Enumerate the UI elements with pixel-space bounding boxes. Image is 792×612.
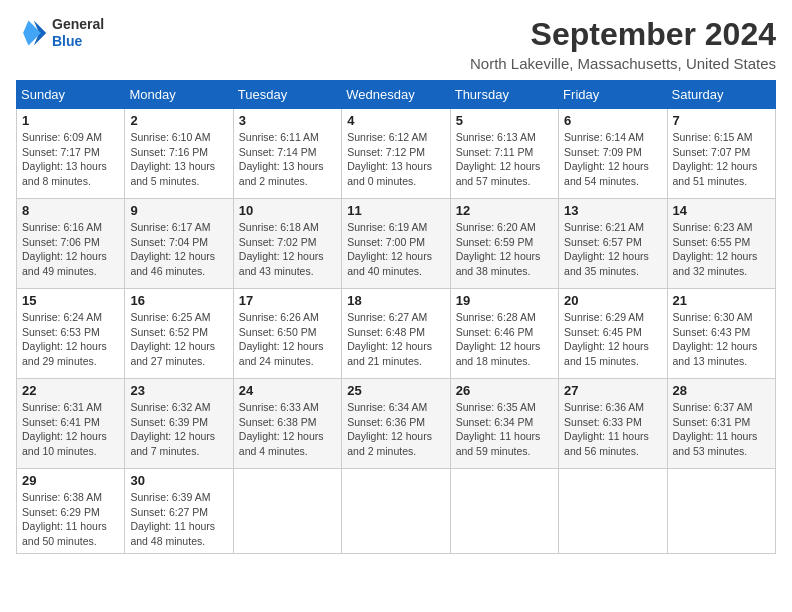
calendar-table: Sunday Monday Tuesday Wednesday Thursday… — [16, 80, 776, 554]
table-row: 27Sunrise: 6:36 AM Sunset: 6:33 PM Dayli… — [559, 379, 667, 469]
day-number: 14 — [673, 203, 770, 218]
day-info: Sunrise: 6:35 AM Sunset: 6:34 PM Dayligh… — [456, 400, 553, 459]
day-number: 16 — [130, 293, 227, 308]
table-row: 11Sunrise: 6:19 AM Sunset: 7:00 PM Dayli… — [342, 199, 450, 289]
day-info: Sunrise: 6:11 AM Sunset: 7:14 PM Dayligh… — [239, 130, 336, 189]
table-row — [559, 469, 667, 554]
day-info: Sunrise: 6:32 AM Sunset: 6:39 PM Dayligh… — [130, 400, 227, 459]
svg-marker-1 — [23, 20, 41, 45]
table-row: 17Sunrise: 6:26 AM Sunset: 6:50 PM Dayli… — [233, 289, 341, 379]
day-number: 8 — [22, 203, 119, 218]
day-info: Sunrise: 6:16 AM Sunset: 7:06 PM Dayligh… — [22, 220, 119, 279]
day-number: 10 — [239, 203, 336, 218]
logo-line1: General — [52, 16, 104, 33]
day-info: Sunrise: 6:27 AM Sunset: 6:48 PM Dayligh… — [347, 310, 444, 369]
day-number: 27 — [564, 383, 661, 398]
day-info: Sunrise: 6:25 AM Sunset: 6:52 PM Dayligh… — [130, 310, 227, 369]
table-row: 2Sunrise: 6:10 AM Sunset: 7:16 PM Daylig… — [125, 109, 233, 199]
col-thursday: Thursday — [450, 81, 558, 109]
logo: General Blue — [16, 16, 104, 50]
day-number: 19 — [456, 293, 553, 308]
day-number: 3 — [239, 113, 336, 128]
table-row: 6Sunrise: 6:14 AM Sunset: 7:09 PM Daylig… — [559, 109, 667, 199]
table-row: 30Sunrise: 6:39 AM Sunset: 6:27 PM Dayli… — [125, 469, 233, 554]
table-row: 7Sunrise: 6:15 AM Sunset: 7:07 PM Daylig… — [667, 109, 775, 199]
day-number: 26 — [456, 383, 553, 398]
day-number: 18 — [347, 293, 444, 308]
day-info: Sunrise: 6:19 AM Sunset: 7:00 PM Dayligh… — [347, 220, 444, 279]
day-info: Sunrise: 6:37 AM Sunset: 6:31 PM Dayligh… — [673, 400, 770, 459]
day-info: Sunrise: 6:30 AM Sunset: 6:43 PM Dayligh… — [673, 310, 770, 369]
day-info: Sunrise: 6:38 AM Sunset: 6:29 PM Dayligh… — [22, 490, 119, 549]
day-info: Sunrise: 6:14 AM Sunset: 7:09 PM Dayligh… — [564, 130, 661, 189]
logo-text: General Blue — [52, 16, 104, 50]
day-number: 21 — [673, 293, 770, 308]
day-info: Sunrise: 6:29 AM Sunset: 6:45 PM Dayligh… — [564, 310, 661, 369]
day-number: 15 — [22, 293, 119, 308]
day-number: 5 — [456, 113, 553, 128]
table-row: 16Sunrise: 6:25 AM Sunset: 6:52 PM Dayli… — [125, 289, 233, 379]
day-info: Sunrise: 6:34 AM Sunset: 6:36 PM Dayligh… — [347, 400, 444, 459]
day-number: 4 — [347, 113, 444, 128]
day-number: 25 — [347, 383, 444, 398]
table-row: 10Sunrise: 6:18 AM Sunset: 7:02 PM Dayli… — [233, 199, 341, 289]
day-number: 9 — [130, 203, 227, 218]
day-info: Sunrise: 6:13 AM Sunset: 7:11 PM Dayligh… — [456, 130, 553, 189]
day-info: Sunrise: 6:21 AM Sunset: 6:57 PM Dayligh… — [564, 220, 661, 279]
day-info: Sunrise: 6:23 AM Sunset: 6:55 PM Dayligh… — [673, 220, 770, 279]
day-number: 29 — [22, 473, 119, 488]
day-info: Sunrise: 6:18 AM Sunset: 7:02 PM Dayligh… — [239, 220, 336, 279]
day-number: 11 — [347, 203, 444, 218]
logo-icon — [16, 17, 48, 49]
day-number: 22 — [22, 383, 119, 398]
col-sunday: Sunday — [17, 81, 125, 109]
calendar-title: September 2024 — [470, 16, 776, 53]
table-row — [667, 469, 775, 554]
table-row: 22Sunrise: 6:31 AM Sunset: 6:41 PM Dayli… — [17, 379, 125, 469]
calendar-subtitle: North Lakeville, Massachusetts, United S… — [470, 55, 776, 72]
day-number: 13 — [564, 203, 661, 218]
day-number: 12 — [456, 203, 553, 218]
day-info: Sunrise: 6:33 AM Sunset: 6:38 PM Dayligh… — [239, 400, 336, 459]
day-number: 30 — [130, 473, 227, 488]
table-row: 29Sunrise: 6:38 AM Sunset: 6:29 PM Dayli… — [17, 469, 125, 554]
table-row — [233, 469, 341, 554]
table-row: 28Sunrise: 6:37 AM Sunset: 6:31 PM Dayli… — [667, 379, 775, 469]
table-row — [342, 469, 450, 554]
table-row: 3Sunrise: 6:11 AM Sunset: 7:14 PM Daylig… — [233, 109, 341, 199]
day-number: 24 — [239, 383, 336, 398]
col-wednesday: Wednesday — [342, 81, 450, 109]
day-number: 23 — [130, 383, 227, 398]
table-row: 1Sunrise: 6:09 AM Sunset: 7:17 PM Daylig… — [17, 109, 125, 199]
table-row: 9Sunrise: 6:17 AM Sunset: 7:04 PM Daylig… — [125, 199, 233, 289]
table-row: 15Sunrise: 6:24 AM Sunset: 6:53 PM Dayli… — [17, 289, 125, 379]
day-number: 28 — [673, 383, 770, 398]
day-info: Sunrise: 6:09 AM Sunset: 7:17 PM Dayligh… — [22, 130, 119, 189]
table-row: 24Sunrise: 6:33 AM Sunset: 6:38 PM Dayli… — [233, 379, 341, 469]
logo-line2: Blue — [52, 33, 104, 50]
table-row: 5Sunrise: 6:13 AM Sunset: 7:11 PM Daylig… — [450, 109, 558, 199]
day-info: Sunrise: 6:39 AM Sunset: 6:27 PM Dayligh… — [130, 490, 227, 549]
table-row: 14Sunrise: 6:23 AM Sunset: 6:55 PM Dayli… — [667, 199, 775, 289]
day-info: Sunrise: 6:31 AM Sunset: 6:41 PM Dayligh… — [22, 400, 119, 459]
title-section: September 2024 North Lakeville, Massachu… — [470, 16, 776, 72]
col-friday: Friday — [559, 81, 667, 109]
day-info: Sunrise: 6:26 AM Sunset: 6:50 PM Dayligh… — [239, 310, 336, 369]
table-row: 20Sunrise: 6:29 AM Sunset: 6:45 PM Dayli… — [559, 289, 667, 379]
table-row: 26Sunrise: 6:35 AM Sunset: 6:34 PM Dayli… — [450, 379, 558, 469]
table-row: 23Sunrise: 6:32 AM Sunset: 6:39 PM Dayli… — [125, 379, 233, 469]
col-tuesday: Tuesday — [233, 81, 341, 109]
day-number: 20 — [564, 293, 661, 308]
table-row: 19Sunrise: 6:28 AM Sunset: 6:46 PM Dayli… — [450, 289, 558, 379]
day-info: Sunrise: 6:10 AM Sunset: 7:16 PM Dayligh… — [130, 130, 227, 189]
day-number: 17 — [239, 293, 336, 308]
table-row: 8Sunrise: 6:16 AM Sunset: 7:06 PM Daylig… — [17, 199, 125, 289]
day-info: Sunrise: 6:15 AM Sunset: 7:07 PM Dayligh… — [673, 130, 770, 189]
table-row: 25Sunrise: 6:34 AM Sunset: 6:36 PM Dayli… — [342, 379, 450, 469]
table-row: 21Sunrise: 6:30 AM Sunset: 6:43 PM Dayli… — [667, 289, 775, 379]
table-row: 13Sunrise: 6:21 AM Sunset: 6:57 PM Dayli… — [559, 199, 667, 289]
table-row: 12Sunrise: 6:20 AM Sunset: 6:59 PM Dayli… — [450, 199, 558, 289]
day-info: Sunrise: 6:28 AM Sunset: 6:46 PM Dayligh… — [456, 310, 553, 369]
header-row: Sunday Monday Tuesday Wednesday Thursday… — [17, 81, 776, 109]
day-info: Sunrise: 6:20 AM Sunset: 6:59 PM Dayligh… — [456, 220, 553, 279]
